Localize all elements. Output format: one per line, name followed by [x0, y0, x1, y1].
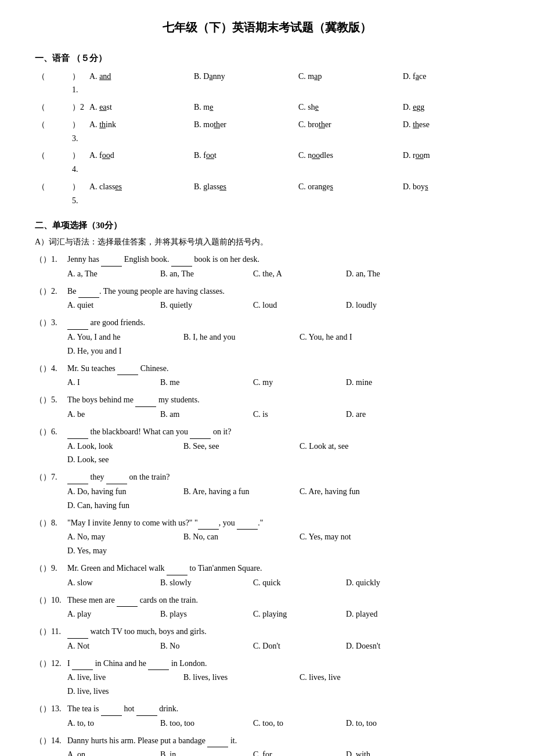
phonetics-section: （ ）1. A. and B. Danny C. map D. face （ ）… [35, 69, 499, 209]
page-title: 七年级（下）英语期末考试题（冀教版） [35, 17, 499, 37]
q4-block: （） 4. Mr. Su teaches Chinese. A. IB. meC… [35, 362, 499, 390]
q1-options: A. a, TheB. an, TheC. the, AD. an, The [35, 267, 499, 281]
q3-block: （） 3. are good friends. A. You, I and he… [35, 316, 499, 358]
section2-subtitle: A）词汇与语法：选择最佳答案，并将其标号填入题前的括号内。 [35, 235, 499, 249]
q13-block: （） 13. The tea is hot drink. A. to, toB.… [35, 702, 499, 730]
section1-title: 一、语音 （５分） [35, 51, 499, 66]
q10-block: （） 10. These men are cards on the train.… [35, 593, 499, 622]
section2-title: 二、单项选择（30分） [35, 218, 499, 233]
q11-block: （） 11. watch TV too much, boys and girls… [35, 625, 499, 653]
q6-block: （） 6. the blackboard! What can you on it… [35, 425, 499, 467]
q8-block: （） 8. "May I invite Jenny to come with u… [35, 516, 499, 558]
q12-block: （） 12. I in China and he in London. A. l… [35, 657, 499, 699]
q5-block: （） 5. The boys behind me my students. A.… [35, 393, 499, 422]
q1-block: （ ） 1. Jenny has English book. book is o… [35, 253, 499, 281]
q2-block: （） 2. Be . The young people are having c… [35, 285, 499, 313]
q9-block: （） 9. Mr. Green and Michacel walk to Tia… [35, 561, 499, 590]
q14-block: （） 14. Danny hurts his arm. Please put a… [35, 734, 499, 756]
q7-block: （） 7. they on the train? A. Do, having f… [35, 470, 499, 512]
